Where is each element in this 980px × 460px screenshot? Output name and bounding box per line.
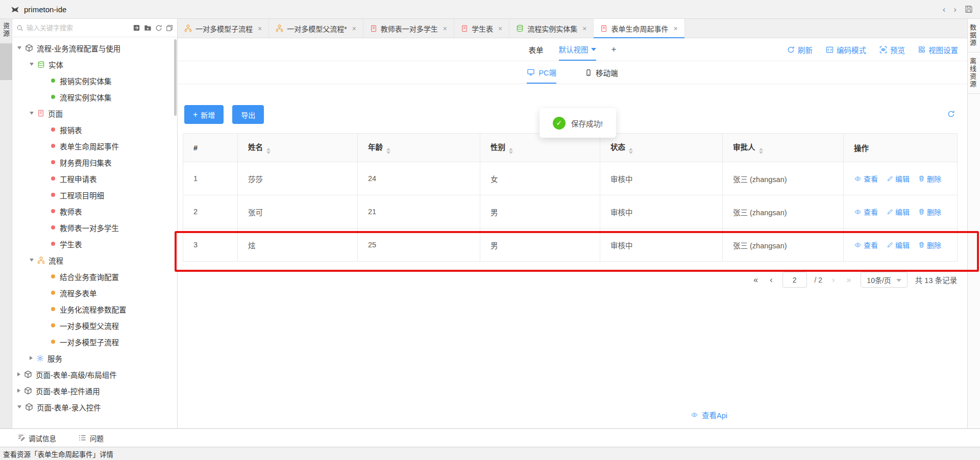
delete-link[interactable]: 删除 — [918, 207, 941, 217]
tree-item[interactable]: 一对多模型父流程 — [12, 317, 177, 334]
tab-1[interactable]: 一对多模型子流程× — [178, 19, 269, 38]
tab-form[interactable]: 表单 — [529, 38, 544, 61]
sidebar-scrollbar-thumb[interactable] — [174, 39, 177, 116]
view-action-1[interactable]: 刷新 — [787, 44, 813, 55]
tab-5[interactable]: 流程实例实体集× — [509, 19, 594, 38]
view-api-link[interactable]: 查看Api — [691, 410, 727, 420]
add-view-button[interactable]: + — [611, 38, 617, 61]
sort-icon[interactable] — [266, 148, 271, 154]
chevron-right-icon[interactable] — [17, 389, 20, 393]
close-icon[interactable]: × — [352, 24, 356, 33]
tree-item[interactable]: 学生表 — [12, 236, 177, 252]
chevron-down-icon[interactable] — [30, 259, 34, 262]
close-icon[interactable]: × — [582, 24, 586, 33]
chevron-down-icon[interactable] — [30, 112, 34, 115]
export-button[interactable]: 导出 — [232, 105, 264, 124]
tree-item[interactable]: 页面-表单-控件通用 — [12, 382, 177, 399]
action-label: 查看 — [864, 240, 878, 250]
tree-item[interactable]: 表单生命周起事件 — [12, 138, 177, 154]
tree-item[interactable]: 报销实例实体集 — [12, 72, 177, 89]
forward-icon[interactable]: › — [953, 5, 957, 14]
bottom-panel-item-1[interactable]: 调试信息 — [17, 433, 56, 443]
chevron-down-icon[interactable] — [30, 63, 34, 66]
database-icon — [516, 24, 524, 32]
next-page-button[interactable]: › — [830, 275, 837, 285]
chevron-right-icon[interactable] — [17, 372, 20, 376]
tree-item[interactable]: 工程项目明细 — [12, 187, 177, 203]
tree-item[interactable]: 页面-表单-高级/布局组件 — [12, 366, 177, 382]
tree-item[interactable]: 教师表一对多学生 — [12, 219, 177, 236]
rail-tab-2[interactable]: 离线资源 — [968, 53, 980, 94]
first-page-button[interactable]: « — [751, 275, 760, 285]
chevron-right-icon[interactable] — [30, 356, 33, 360]
view-action-2[interactable]: 编码模式 — [826, 44, 866, 55]
view-action-4[interactable]: 视图设置 — [918, 44, 958, 55]
rail-scrollbar-thumb[interactable] — [0, 43, 12, 80]
tree-item[interactable]: 一对多模型子流程 — [12, 334, 177, 350]
sort-icon[interactable] — [629, 148, 633, 154]
edit-link[interactable]: 编辑 — [887, 207, 910, 217]
tab-4[interactable]: 学生表× — [454, 19, 509, 38]
edit-link[interactable]: 编辑 — [887, 173, 910, 184]
page-size-label: 10条/页 — [867, 275, 891, 285]
page-size-select[interactable]: 10条/页 — [861, 272, 907, 288]
tree-item[interactable]: 财务费用归集表 — [12, 154, 177, 170]
bottom-panel-item-2[interactable]: 问题 — [79, 433, 104, 443]
last-page-button[interactable]: » — [844, 275, 853, 285]
collapse-all-icon[interactable] — [166, 24, 173, 32]
view-link[interactable]: 查看 — [854, 207, 878, 217]
close-icon[interactable]: × — [443, 24, 447, 33]
view-api-label: 查看Api — [702, 410, 727, 420]
delete-link[interactable]: 删除 — [918, 240, 941, 250]
add-folder-icon[interactable] — [144, 24, 152, 32]
tab-6[interactable]: 表单生命周起事件× — [594, 19, 684, 38]
add-button[interactable]: + 新增 — [184, 105, 224, 124]
tree-item[interactable]: 实体 — [12, 56, 177, 72]
current-page-input[interactable] — [782, 272, 807, 288]
tree-item[interactable]: 结合业务查询配置 — [12, 268, 177, 285]
chevron-down-icon[interactable] — [17, 405, 21, 408]
view-action-3[interactable]: 预览 — [879, 44, 905, 55]
view-action-label: 预览 — [890, 44, 905, 55]
close-icon[interactable]: × — [258, 24, 262, 33]
view-link[interactable]: 查看 — [854, 240, 878, 250]
chevron-down-icon[interactable] — [17, 46, 21, 49]
tree-item[interactable]: 页面 — [12, 105, 177, 121]
resource-tree: 流程-业务流程配置与使用实体报销实例实体集流程实例实体集页面报销表表单生命周起事… — [12, 37, 177, 428]
tree-item[interactable]: 页面-表单-录入控件 — [12, 399, 177, 415]
back-icon[interactable]: ‹ — [943, 5, 946, 14]
status-dot — [51, 193, 55, 197]
tree-item-label: 一对多模型子流程 — [60, 337, 119, 347]
import-icon[interactable] — [133, 24, 140, 32]
tree-item[interactable]: 工程申请表 — [12, 170, 177, 187]
rail-tab-resources[interactable]: 资源 — [1, 19, 11, 41]
delete-link[interactable]: 删除 — [918, 173, 941, 184]
sort-icon[interactable] — [386, 148, 390, 154]
tree-item[interactable]: 报销表 — [12, 121, 177, 138]
search-input[interactable] — [27, 24, 130, 32]
edit-link[interactable]: 编辑 — [887, 240, 910, 250]
tree-item[interactable]: 流程 — [12, 252, 177, 268]
close-icon[interactable]: × — [673, 24, 677, 33]
tree-item[interactable]: 流程实例实体集 — [12, 89, 177, 105]
tree-item[interactable]: 教师表 — [12, 203, 177, 219]
prev-page-button[interactable]: ‹ — [768, 275, 774, 285]
device-tab-2[interactable]: 移动端 — [585, 61, 618, 84]
sort-icon[interactable] — [759, 148, 763, 154]
tab-3[interactable]: 教师表一对多学生× — [363, 19, 454, 38]
delete-icon — [918, 175, 925, 182]
sort-icon[interactable] — [509, 148, 513, 154]
device-tab-1[interactable]: PC端 — [527, 61, 556, 84]
tab-2[interactable]: 一对多模型父流程*× — [269, 19, 363, 38]
tree-item[interactable]: 服务 — [12, 350, 177, 366]
tree-item[interactable]: 流程-业务流程配置与使用 — [12, 40, 177, 56]
tree-item[interactable]: 流程多表单 — [12, 285, 177, 301]
table-refresh-icon[interactable] — [947, 110, 955, 118]
close-icon[interactable]: × — [498, 24, 502, 33]
rail-tab-1[interactable]: 数据源 — [968, 19, 980, 53]
tree-item[interactable]: 业务化流程参数配置 — [12, 301, 177, 317]
tab-default-view[interactable]: 默认视图 — [559, 38, 596, 61]
refresh-icon[interactable] — [155, 24, 162, 32]
save-icon[interactable] — [965, 5, 973, 13]
view-link[interactable]: 查看 — [854, 173, 878, 184]
